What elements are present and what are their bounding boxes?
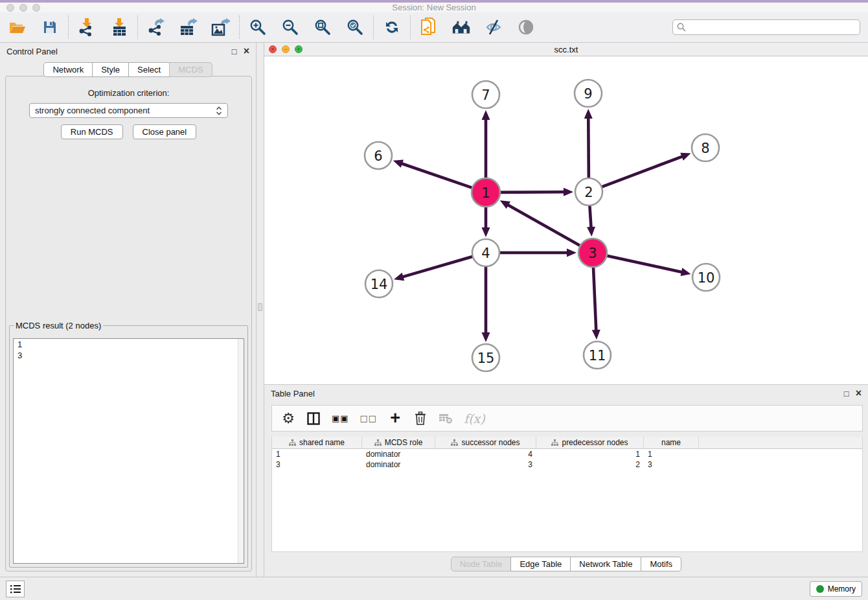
export-image-icon[interactable] <box>211 17 231 37</box>
optimization-criterion-dropdown[interactable]: strongly connected component <box>29 103 228 118</box>
import-network-icon[interactable] <box>77 17 97 37</box>
toolbar-separator <box>373 16 374 39</box>
table-cell[interactable]: 1 <box>644 450 699 459</box>
settings-gear-icon[interactable]: ⚙ <box>281 410 295 428</box>
graph-edge-3-11[interactable] <box>593 265 597 331</box>
zoom-selected-icon[interactable] <box>345 17 365 37</box>
graph-edge-2-3[interactable] <box>589 203 591 228</box>
tab-edge-table[interactable]: Edge Table <box>510 557 571 571</box>
export-table-icon[interactable] <box>179 17 198 37</box>
select-all-icon[interactable]: ▣▣ <box>332 410 349 428</box>
graph-edge-3-1[interactable] <box>507 205 582 247</box>
network-canvas[interactable]: 7968124314101511 <box>264 56 868 384</box>
search-icon <box>677 23 686 32</box>
graph-edge-2-8[interactable] <box>600 156 683 188</box>
show-hide-graphics-icon[interactable] <box>484 17 503 37</box>
table-cell[interactable]: 1 <box>536 450 644 459</box>
column-header-name[interactable]: name <box>644 437 699 448</box>
table-cell[interactable]: 3 <box>435 460 536 469</box>
control-panel-tabs: NetworkStyleSelectMCDS <box>0 62 256 77</box>
tab-network-table[interactable]: Network Table <box>570 557 641 571</box>
zoom-out-icon[interactable] <box>280 17 300 37</box>
table-cell[interactable]: 2 <box>536 460 644 469</box>
deselect-all-icon[interactable]: □□ <box>360 410 378 428</box>
column-header-predecessor-nodes[interactable]: predecessor nodes <box>536 437 644 448</box>
main-toolbar <box>0 12 868 43</box>
graph-node-label: 15 <box>477 351 495 366</box>
minimize-window-button[interactable] <box>19 4 27 12</box>
edge-arrowhead <box>587 227 595 237</box>
add-column-icon[interactable]: + <box>388 410 402 428</box>
graph-edge-3-10[interactable] <box>605 255 683 272</box>
column-header-successor-nodes[interactable]: successor nodes <box>435 437 536 448</box>
toolbar-separator <box>137 16 138 39</box>
chevron-up-down-icon <box>216 106 222 115</box>
float-table-panel-icon[interactable]: □ <box>844 389 849 398</box>
delete-table-icon <box>439 410 453 428</box>
memory-label: Memory <box>828 584 856 594</box>
network-window-titlebar[interactable]: × − + scc.txt <box>264 43 868 56</box>
toolbar-separator <box>239 16 240 39</box>
search-field[interactable] <box>672 19 860 35</box>
node-table[interactable]: shared nameMCDS rolesuccessor nodesprede… <box>271 437 863 552</box>
table-panel: Table Panel □ × ⚙ ▣▣ □□ + f(x) shared na… <box>264 384 868 577</box>
column-header-shared-name[interactable]: shared name <box>272 437 362 448</box>
table-body: 1dominator4113dominator323 <box>272 449 862 470</box>
graph-node-label: 2 <box>584 185 593 200</box>
column-header-MCDS-role[interactable]: MCDS role <box>362 437 435 448</box>
table-cell[interactable]: dominator <box>362 450 435 459</box>
graph-node-label: 1 <box>481 185 490 201</box>
graph-edge-2-9[interactable] <box>588 117 589 180</box>
edge-arrowhead <box>592 330 600 340</box>
export-network-icon[interactable] <box>146 17 166 37</box>
table-cell[interactable]: dominator <box>362 460 435 469</box>
graph-edge-4-14[interactable] <box>402 256 475 277</box>
table-cell[interactable]: 3 <box>644 460 699 469</box>
delete-column-icon[interactable] <box>413 410 428 428</box>
zoom-in-icon[interactable] <box>248 17 268 37</box>
tab-network[interactable]: Network <box>43 62 93 77</box>
tab-style[interactable]: Style <box>92 62 129 77</box>
mcds-result-item[interactable]: 3 <box>14 350 244 361</box>
network-from-selection-icon[interactable] <box>419 17 439 37</box>
graph-edge-1-6[interactable] <box>401 163 474 189</box>
mcds-list-scrollbar[interactable] <box>238 339 244 563</box>
eye-icon <box>516 17 536 37</box>
close-panel-icon[interactable]: × <box>244 46 249 56</box>
graph-node-label: 11 <box>589 348 606 363</box>
tab-mcds[interactable]: MCDS <box>169 62 212 77</box>
close-window-button[interactable] <box>6 4 14 12</box>
memory-button[interactable]: Memory <box>810 581 862 597</box>
graph-node-label: 7 <box>481 87 490 103</box>
network-window-title: scc.txt <box>264 45 868 54</box>
column-type-icon <box>289 439 296 446</box>
search-input[interactable] <box>689 23 856 32</box>
import-table-icon[interactable] <box>109 17 129 37</box>
tab-select[interactable]: Select <box>128 62 170 77</box>
table-row[interactable]: 3dominator323 <box>272 459 862 470</box>
network-graph[interactable]: 7968124314101511 <box>264 56 868 384</box>
table-toolbar: ⚙ ▣▣ □□ + f(x) <box>271 405 863 432</box>
zoom-fit-icon[interactable] <box>313 17 332 37</box>
table-cell[interactable]: 4 <box>435 450 536 459</box>
close-panel-button[interactable]: Close panel <box>133 124 197 139</box>
column-panel-icon[interactable] <box>306 410 321 428</box>
run-mcds-button[interactable]: Run MCDS <box>61 124 123 139</box>
tab-node-table[interactable]: Node Table <box>451 557 512 571</box>
table-cell[interactable]: 1 <box>272 450 362 459</box>
tab-motifs[interactable]: Motifs <box>641 557 681 571</box>
first-neighbors-icon[interactable] <box>451 17 471 37</box>
close-table-panel-icon[interactable]: × <box>856 388 862 398</box>
task-history-button[interactable] <box>6 581 25 597</box>
float-panel-icon[interactable]: □ <box>232 47 237 56</box>
mcds-result-list[interactable]: 13 <box>13 338 244 564</box>
open-session-icon[interactable] <box>8 17 27 37</box>
save-session-icon[interactable] <box>40 17 60 37</box>
refresh-icon[interactable] <box>382 17 402 37</box>
vertical-splitter-handle[interactable] <box>258 303 262 311</box>
table-cell[interactable]: 3 <box>272 460 362 469</box>
graph-edge-1-2[interactable] <box>498 192 565 192</box>
mcds-result-item[interactable]: 1 <box>14 339 244 350</box>
table-row[interactable]: 1dominator411 <box>272 449 862 459</box>
maximize-window-button[interactable] <box>32 4 40 12</box>
